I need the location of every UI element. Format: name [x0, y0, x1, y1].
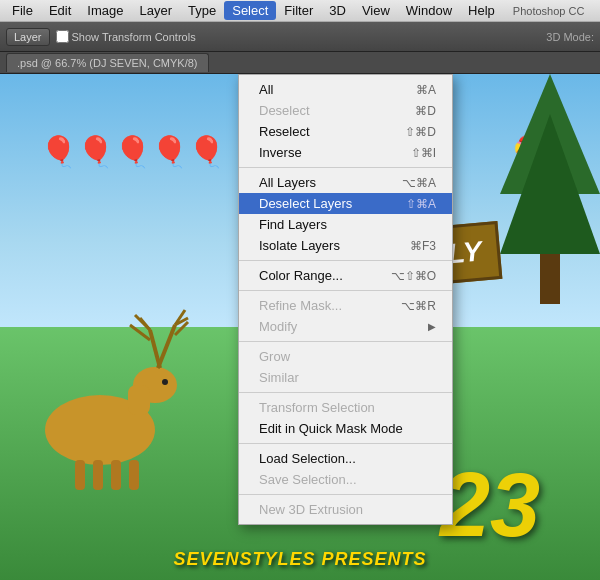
svg-rect-18	[540, 254, 560, 304]
deer-illustration	[10, 270, 190, 490]
svg-rect-14	[129, 460, 139, 490]
shortcut-color-range: ⌥⇧⌘O	[391, 269, 436, 283]
menu-type[interactable]: Type	[180, 1, 224, 20]
active-tab[interactable]: .psd @ 66.7% (DJ SEVEN, CMYK/8)	[6, 53, 209, 72]
menu-layer[interactable]: Layer	[132, 1, 181, 20]
shortcut-all: ⌘A	[416, 83, 436, 97]
trees-right	[500, 74, 600, 304]
menu-item-quick-mask[interactable]: Edit in Quick Mask Mode	[239, 418, 452, 439]
shortcut-deselect-layers: ⇧⌘A	[406, 197, 436, 211]
menu-view[interactable]: View	[354, 1, 398, 20]
menu-file[interactable]: File	[4, 1, 41, 20]
separator-4	[239, 341, 452, 342]
big-numbers: 23	[440, 460, 540, 550]
app-label: Photoshop CC	[513, 5, 585, 17]
toolbar-right: 3D Mode:	[546, 31, 594, 43]
menu-item-deselect-layers[interactable]: Deselect Layers ⇧⌘A	[239, 193, 452, 214]
menu-item-transform-selection[interactable]: Transform Selection	[239, 397, 452, 418]
svg-rect-2	[128, 385, 150, 415]
shortcut-deselect: ⌘D	[415, 104, 436, 118]
separator-3	[239, 290, 452, 291]
menu-item-inverse[interactable]: Inverse ⇧⌘I	[239, 142, 452, 163]
menu-item-isolate-layers[interactable]: Isolate Layers ⌘F3	[239, 235, 452, 256]
menubar: File Edit Image Layer Type Select Filter…	[0, 0, 600, 22]
menu-3d[interactable]: 3D	[321, 1, 354, 20]
tabbar: .psd @ 66.7% (DJ SEVEN, CMYK/8)	[0, 52, 600, 74]
menu-item-grow[interactable]: Grow	[239, 346, 452, 367]
menu-select[interactable]: Select	[224, 1, 276, 20]
menu-item-all-layers[interactable]: All Layers ⌥⌘A	[239, 172, 452, 193]
svg-point-15	[162, 379, 168, 385]
menu-item-deselect[interactable]: Deselect ⌘D	[239, 100, 452, 121]
menu-item-reselect[interactable]: Reselect ⇧⌘D	[239, 121, 452, 142]
shortcut-inverse: ⇧⌘I	[411, 146, 436, 160]
toolbar: Layer Show Transform Controls 3D Mode:	[0, 22, 600, 52]
separator-5	[239, 392, 452, 393]
separator-6	[239, 443, 452, 444]
canvas-area: 🎈🎈🎈🎈🎈 🦜 LY 23 SEVENSTYLES	[0, 74, 600, 580]
show-transform-label: Show Transform Controls	[56, 30, 196, 43]
menu-item-new-3d-extrusion[interactable]: New 3D Extrusion	[239, 499, 452, 520]
balloons: 🎈🎈🎈🎈🎈	[40, 134, 225, 169]
menu-item-color-range[interactable]: Color Range... ⌥⇧⌘O	[239, 265, 452, 286]
svg-line-7	[158, 325, 175, 368]
menu-edit[interactable]: Edit	[41, 1, 79, 20]
svg-line-5	[140, 318, 150, 330]
submenu-arrow-modify: ▶	[428, 321, 436, 332]
menu-image[interactable]: Image	[79, 1, 131, 20]
shortcut-all-layers: ⌥⌘A	[402, 176, 436, 190]
separator-2	[239, 260, 452, 261]
menu-item-all[interactable]: All ⌘A	[239, 79, 452, 100]
select-dropdown-menu: All ⌘A Deselect ⌘D Reselect ⇧⌘D Inverse …	[238, 74, 453, 525]
separator-1	[239, 167, 452, 168]
menu-filter[interactable]: Filter	[276, 1, 321, 20]
menu-item-save-selection[interactable]: Save Selection...	[239, 469, 452, 490]
svg-rect-11	[75, 460, 85, 490]
svg-rect-12	[93, 460, 103, 490]
menu-window[interactable]: Window	[398, 1, 460, 20]
menu-item-refine-mask[interactable]: Refine Mask... ⌥⌘R	[239, 295, 452, 316]
shortcut-refine-mask: ⌥⌘R	[401, 299, 436, 313]
shortcut-reselect: ⇧⌘D	[405, 125, 436, 139]
shortcut-isolate-layers: ⌘F3	[410, 239, 436, 253]
menu-help[interactable]: Help	[460, 1, 503, 20]
show-transform-checkbox[interactable]	[56, 30, 69, 43]
svg-rect-13	[111, 460, 121, 490]
menu-item-find-layers[interactable]: Find Layers	[239, 214, 452, 235]
menu-item-similar[interactable]: Similar	[239, 367, 452, 388]
menu-item-modify[interactable]: Modify ▶	[239, 316, 452, 337]
separator-7	[239, 494, 452, 495]
menu-item-load-selection[interactable]: Load Selection...	[239, 448, 452, 469]
canvas-title: SEVENSTYLES PRESENTS	[173, 549, 426, 570]
3d-mode-label: 3D Mode:	[546, 31, 594, 43]
layer-dropdown[interactable]: Layer	[6, 28, 50, 46]
